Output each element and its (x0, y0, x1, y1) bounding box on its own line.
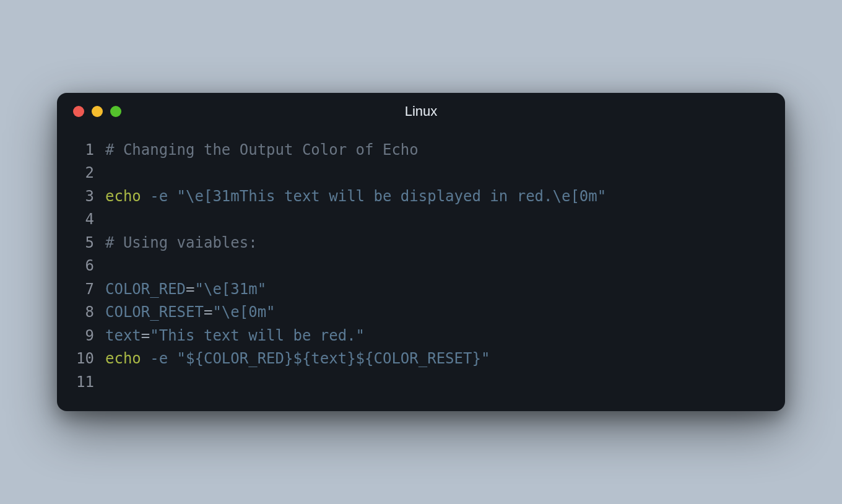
code-token (168, 188, 176, 205)
minimize-icon[interactable] (92, 106, 103, 117)
line-number: 6 (72, 254, 105, 278)
code-token: " (481, 350, 490, 367)
code-token: -e (150, 188, 168, 205)
code-line: 6 (72, 254, 770, 278)
code-token: " (177, 350, 186, 367)
code-line: 8COLOR_RESET="\e[0m" (72, 301, 770, 324)
code-token: # Using vaiables: (105, 234, 258, 251)
code-token (141, 350, 150, 367)
code-token: ${COLOR_RED}${text}${COLOR_RESET} (186, 350, 481, 367)
line-number: 5 (72, 232, 105, 255)
line-content[interactable]: # Changing the Output Color of Echo (105, 139, 770, 162)
line-number: 10 (72, 347, 105, 371)
code-token: "\e[31m" (195, 280, 267, 298)
window-title: Linux (57, 103, 785, 119)
code-token: = (141, 327, 150, 344)
code-token: echo (105, 350, 141, 367)
line-content[interactable]: COLOR_RESET="\e[0m" (105, 301, 770, 324)
line-number: 9 (72, 324, 105, 348)
code-token: "\e[0m" (212, 303, 275, 321)
code-token: # Changing the Output Color of Echo (105, 141, 419, 159)
line-content[interactable]: text="This text will be red." (105, 324, 770, 348)
code-line: 2 (72, 162, 770, 185)
code-token: COLOR_RESET (105, 303, 204, 321)
code-token: COLOR_RED (105, 280, 186, 298)
line-content[interactable]: COLOR_RED="\e[31m" (105, 278, 770, 302)
code-token (141, 188, 150, 205)
line-content[interactable] (105, 371, 770, 394)
code-token: = (186, 280, 194, 298)
code-line: 10echo -e "${COLOR_RED}${text}${COLOR_RE… (72, 347, 770, 371)
code-line: 7COLOR_RED="\e[31m" (72, 278, 770, 302)
code-line: 9text="This text will be red." (72, 324, 770, 348)
window-controls (73, 106, 121, 117)
code-line: 11 (72, 371, 770, 394)
line-content[interactable] (105, 254, 770, 278)
code-token: = (204, 303, 212, 321)
zoom-icon[interactable] (110, 106, 121, 117)
code-token: text (105, 327, 141, 344)
line-number: 4 (72, 208, 105, 232)
code-token: "This text will be red." (150, 327, 365, 344)
terminal-window: Linux 1# Changing the Output Color of Ec… (57, 93, 785, 412)
line-content[interactable] (105, 208, 770, 232)
close-icon[interactable] (73, 106, 84, 117)
line-number: 7 (72, 278, 105, 302)
line-number: 11 (72, 371, 105, 394)
code-line: 4 (72, 208, 770, 232)
code-area[interactable]: 1# Changing the Output Color of Echo23ec… (57, 130, 785, 394)
line-number: 2 (72, 162, 105, 185)
line-number: 8 (72, 301, 105, 324)
code-token: -e (150, 350, 168, 367)
line-number: 1 (72, 139, 105, 162)
titlebar: Linux (57, 93, 785, 130)
line-number: 3 (72, 185, 105, 209)
line-content[interactable]: # Using vaiables: (105, 232, 770, 255)
code-line: 1# Changing the Output Color of Echo (72, 139, 770, 162)
code-token (168, 350, 176, 367)
line-content[interactable] (105, 162, 770, 185)
code-line: 3echo -e "\e[31mThis text will be displa… (72, 185, 770, 209)
line-content[interactable]: echo -e "${COLOR_RED}${text}${COLOR_RESE… (105, 347, 770, 371)
line-content[interactable]: echo -e "\e[31mThis text will be display… (105, 185, 770, 209)
code-token: "\e[31mThis text will be displayed in re… (177, 188, 607, 205)
code-line: 5# Using vaiables: (72, 232, 770, 255)
code-token: echo (105, 188, 141, 205)
